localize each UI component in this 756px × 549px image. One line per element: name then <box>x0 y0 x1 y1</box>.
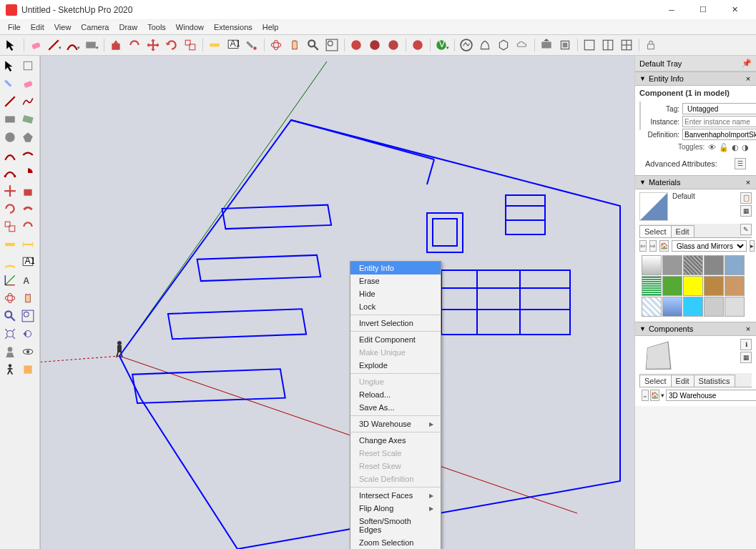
vray-vfb-icon[interactable] <box>458 36 475 54</box>
paint-tool-icon[interactable] <box>243 36 260 54</box>
scale-tool-icon[interactable] <box>182 36 199 54</box>
menu-camera[interactable]: Camera <box>76 21 114 33</box>
context-menu-item[interactable]: Intersect Faces▶ <box>350 489 441 502</box>
context-menu-item[interactable]: Save As... <box>350 401 441 414</box>
pie-icon[interactable] <box>19 164 36 182</box>
text-icon[interactable]: A1 <box>19 254 36 271</box>
menu-draw[interactable]: Draw <box>114 21 142 33</box>
context-menu-item[interactable]: Hide <box>350 287 441 300</box>
dimension-icon[interactable] <box>19 236 36 253</box>
maximize-button[interactable]: ☐ <box>687 0 719 20</box>
vray-geometry-icon[interactable] <box>495 36 512 54</box>
materials-header[interactable]: ▼ Materials × <box>635 175 756 189</box>
material-swatch[interactable] <box>683 276 703 296</box>
material-thumb[interactable] <box>639 102 641 130</box>
current-material-thumb[interactable] <box>639 192 668 221</box>
material-swatch[interactable] <box>662 255 682 275</box>
rectangle-icon[interactable] <box>1 111 19 128</box>
viewport[interactable]: Entity InfoEraseHideLockInvert Selection… <box>40 56 634 549</box>
context-menu-item[interactable]: Zoom Selection <box>350 536 441 549</box>
vray-stop-icon[interactable] <box>409 36 426 54</box>
polygon-icon[interactable] <box>19 129 36 146</box>
circle-icon[interactable] <box>1 129 19 146</box>
previous-view-icon[interactable] <box>19 325 36 342</box>
context-menu-item[interactable]: Erase <box>350 274 441 287</box>
look-around-icon[interactable] <box>19 343 36 360</box>
context-menu-item[interactable]: Invert Selection <box>350 317 441 330</box>
pushpull-tool-icon[interactable] <box>107 36 124 54</box>
freehand-icon[interactable] <box>19 93 36 110</box>
arc-icon[interactable] <box>1 147 19 164</box>
visible-toggle-icon[interactable]: 👁 <box>708 143 716 152</box>
components-stats-tab[interactable]: Statistics <box>694 375 735 387</box>
offset-icon[interactable] <box>19 218 36 235</box>
rotated-rect-icon[interactable] <box>19 111 36 128</box>
axes-icon[interactable] <box>1 272 19 289</box>
select-tool-icon[interactable] <box>3 36 20 54</box>
details-icon[interactable]: ▸ <box>750 240 755 252</box>
vray-cloud-icon[interactable] <box>385 36 402 54</box>
tape-icon[interactable] <box>1 236 19 253</box>
material-swatch[interactable] <box>704 297 724 317</box>
lock-toggle-icon[interactable]: 🔓 <box>719 143 729 152</box>
walk-icon[interactable] <box>1 361 19 378</box>
followme-icon[interactable] <box>19 200 36 217</box>
viewport1-icon[interactable] <box>581 36 598 54</box>
vray-export-icon[interactable] <box>556 36 574 54</box>
material-swatch[interactable] <box>662 276 682 296</box>
context-menu-item[interactable]: Edit Component <box>350 333 441 346</box>
vray-interactive-icon[interactable] <box>366 36 383 54</box>
protractor-icon[interactable] <box>1 254 19 271</box>
orbit-icon[interactable] <box>1 290 19 307</box>
context-menu-item[interactable]: Lock <box>350 300 441 313</box>
scale-icon[interactable] <box>1 218 19 235</box>
definition-input[interactable] <box>682 129 756 140</box>
material-swatch[interactable] <box>704 276 724 296</box>
close-panel-icon[interactable]: × <box>745 74 752 83</box>
home-icon[interactable]: 🏠 <box>659 240 669 252</box>
components-header[interactable]: ▼ Components × <box>635 322 756 336</box>
context-menu-item[interactable]: Reload... <box>350 388 441 401</box>
arc-tool-icon[interactable]: ▾ <box>64 36 82 54</box>
text-tool-icon[interactable]: A1 <box>225 36 242 54</box>
zoom-extents-tool-icon[interactable] <box>323 36 340 54</box>
material-swatch[interactable] <box>642 276 662 296</box>
context-menu-item[interactable]: Soften/Smooth Edges <box>350 515 441 536</box>
zoom-extents-icon[interactable] <box>1 325 19 342</box>
vray-render-icon[interactable] <box>348 36 365 54</box>
select-icon[interactable] <box>1 57 19 74</box>
vray-batch-icon[interactable] <box>538 36 555 54</box>
context-menu-item[interactable]: Entity Info <box>350 262 441 274</box>
component-view-icon[interactable]: ℹ <box>740 339 752 350</box>
create-material-icon[interactable]: 📋 <box>740 192 752 204</box>
material-swatch[interactable] <box>683 255 703 275</box>
orbit-tool-icon[interactable] <box>267 36 285 54</box>
material-swatch[interactable] <box>725 297 745 317</box>
position-camera-icon[interactable] <box>1 343 19 360</box>
material-swatch[interactable] <box>725 255 745 275</box>
eraser-tool-icon[interactable] <box>27 36 44 54</box>
material-swatch[interactable] <box>642 297 662 317</box>
entity-info-header[interactable]: ▼ Entity Info × <box>635 71 756 86</box>
forward-icon[interactable]: ⇨ <box>649 240 657 252</box>
history-icon[interactable]: ⌄ <box>642 390 649 401</box>
context-menu-item[interactable]: Flip Along▶ <box>350 502 441 515</box>
component-add-icon[interactable]: ▦ <box>740 352 752 363</box>
material-category-select[interactable]: Glass and Mirrors <box>672 240 747 252</box>
menu-view[interactable]: View <box>49 21 77 33</box>
home-icon[interactable]: 🏠 <box>650 390 659 401</box>
vray-asset-icon[interactable]: V▾ <box>433 36 451 54</box>
pan-icon[interactable] <box>19 290 36 307</box>
viewport3-icon[interactable] <box>618 36 635 54</box>
back-icon[interactable]: ⇦ <box>639 240 647 252</box>
menu-extensions[interactable]: Extensions <box>209 21 257 33</box>
paint-bucket-icon[interactable] <box>1 75 19 92</box>
instance-input[interactable] <box>682 116 756 127</box>
3dtext-icon[interactable]: A <box>19 272 36 289</box>
3pt-arc-icon[interactable] <box>1 164 19 182</box>
eraser-icon[interactable] <box>19 75 36 92</box>
sample-paint-icon[interactable]: ✎ <box>740 224 752 235</box>
move-icon[interactable] <box>1 182 19 199</box>
close-panel-icon[interactable]: × <box>745 178 752 187</box>
shadow-cast-icon[interactable]: ◐ <box>732 143 739 152</box>
